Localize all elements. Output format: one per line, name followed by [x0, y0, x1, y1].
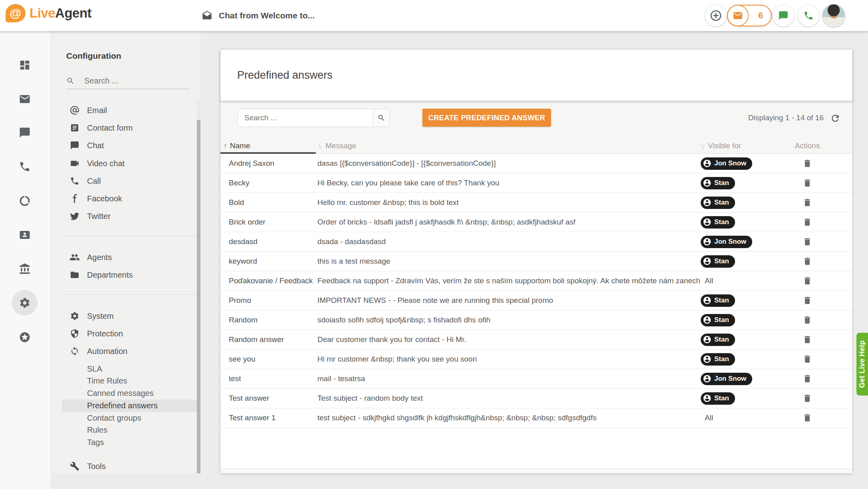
- rail-gamification-button[interactable]: [19, 331, 31, 343]
- sort-asc-icon: ↑: [224, 142, 227, 149]
- table-row[interactable]: see you Hi mr customer &nbsp; thank you …: [220, 350, 852, 369]
- config-item-video-chat[interactable]: Video chat: [51, 157, 200, 170]
- config-item-label: Call: [87, 177, 101, 186]
- rail-mail-button[interactable]: [19, 93, 31, 105]
- table-header: ↑ Name ↑↓ Message ↑↓ Visible for Actions: [220, 138, 852, 154]
- table-row[interactable]: Andrej Saxon dasas [{$conversationCode}]…: [220, 154, 852, 173]
- add-button[interactable]: [705, 5, 727, 26]
- trash-icon: [803, 374, 812, 384]
- chats-button[interactable]: [773, 5, 794, 26]
- config-scrollbar[interactable]: [197, 100, 200, 473]
- config-item-label: Protection: [87, 329, 123, 338]
- rail-dashboard-button[interactable]: [19, 59, 31, 71]
- trash-icon: [803, 178, 812, 188]
- config-item-email[interactable]: Email: [51, 104, 200, 117]
- subitem-rules[interactable]: Rules: [62, 424, 200, 436]
- active-ticket-tab[interactable]: Chat from Welcome to...: [202, 0, 315, 31]
- visible-for-badge: Jon Snow: [701, 157, 752, 170]
- calls-button[interactable]: [798, 5, 819, 26]
- user-avatar[interactable]: [822, 4, 845, 27]
- column-header-message[interactable]: ↑↓ Message: [317, 138, 701, 153]
- table-row[interactable]: desdasd dsada - dasdasdasd Jon Snow: [220, 232, 852, 252]
- config-item-agents[interactable]: Agents: [51, 251, 200, 264]
- config-item-tools[interactable]: Tools: [51, 460, 200, 473]
- person-circle-icon: [703, 237, 711, 246]
- subitem-predefined-answers[interactable]: Predefined answers: [62, 400, 200, 412]
- table-row[interactable]: keyword this is a test message Stan: [220, 252, 852, 271]
- config-scrollbar-thumb[interactable]: [197, 120, 200, 473]
- refresh-button[interactable]: [830, 113, 840, 123]
- envelope-icon: [733, 10, 743, 21]
- delete-button[interactable]: [803, 158, 812, 169]
- config-item-departments[interactable]: Departments: [51, 268, 200, 281]
- config-item-system[interactable]: System: [51, 310, 200, 322]
- config-item-chat[interactable]: Chat: [51, 139, 200, 152]
- subitem-canned-messages[interactable]: Canned messages: [62, 387, 200, 400]
- delete-button[interactable]: [803, 237, 812, 247]
- config-item-automation[interactable]: Automation: [51, 345, 200, 358]
- visible-for-badge: Stan: [701, 314, 735, 326]
- subitem-time-rules[interactable]: Time Rules: [62, 375, 200, 387]
- delete-button[interactable]: [803, 217, 812, 227]
- rail-chat-button[interactable]: [19, 127, 31, 139]
- rail-academy-button[interactable]: [19, 263, 31, 275]
- table-row[interactable]: Random answer Dear customer thank you fo…: [220, 330, 852, 350]
- config-item-protection[interactable]: Protection: [51, 327, 200, 340]
- delete-button[interactable]: [803, 334, 812, 345]
- delete-button[interactable]: [803, 393, 812, 404]
- delete-button[interactable]: [803, 295, 812, 306]
- table-row[interactable]: Test answer 1 test subject - sdkjfhgkd s…: [220, 408, 852, 428]
- trash-icon: [803, 159, 812, 168]
- config-item-contact-form[interactable]: Contact form: [51, 121, 200, 134]
- create-predefined-answer-button[interactable]: CREATE PREDEFINED ANSWER: [422, 109, 551, 127]
- table-search-button[interactable]: [373, 109, 389, 127]
- config-search-input[interactable]: [83, 76, 181, 86]
- delete-button[interactable]: [803, 413, 812, 423]
- visible-for-badge: Stan: [701, 334, 735, 346]
- rail-call-button[interactable]: [19, 161, 31, 173]
- table-search-input[interactable]: [238, 109, 373, 127]
- answer-message: dsada - dasdasdasd: [317, 237, 386, 246]
- subitem-label: Canned messages: [87, 389, 154, 398]
- delete-button[interactable]: [803, 276, 812, 286]
- config-item-twitter[interactable]: Twitter: [51, 210, 200, 223]
- sort-both-icon: ↑↓: [701, 143, 705, 149]
- delete-button[interactable]: [803, 315, 812, 325]
- config-item-label: Automation: [87, 347, 127, 356]
- column-header-visible-for[interactable]: ↑↓ Visible for: [701, 138, 775, 153]
- answer-message: Test subject - random body text: [317, 394, 423, 402]
- delete-button[interactable]: [803, 374, 812, 384]
- visible-for-badge: Stan: [701, 392, 735, 405]
- table-row[interactable]: Promo IMPORTANT NEWS - - Please note we …: [220, 291, 852, 310]
- table-row[interactable]: test mail - tesatrsa Jon Snow: [220, 369, 852, 389]
- rail-reports-button[interactable]: [19, 195, 31, 207]
- table-row[interactable]: Poďakovanie / Feedback Feedback na suppo…: [220, 271, 852, 291]
- twitter-icon: [69, 211, 80, 221]
- subitem-contact-groups[interactable]: Contact groups: [62, 412, 200, 424]
- mail-icon: [19, 93, 31, 105]
- delete-button[interactable]: [803, 354, 812, 364]
- config-item-call[interactable]: Call: [51, 175, 200, 187]
- table-row[interactable]: Random sdoiasfo sofih sdfoij spofj&nbsp;…: [220, 310, 852, 330]
- subitem-tags[interactable]: Tags: [62, 436, 200, 449]
- mail-notification-pill[interactable]: 6: [727, 5, 772, 26]
- rail-settings-button[interactable]: [19, 297, 31, 309]
- delete-button[interactable]: [803, 256, 812, 266]
- table-row[interactable]: Becky Hi Becky, can you please take care…: [220, 173, 852, 193]
- delete-button[interactable]: [803, 178, 812, 188]
- facebook-icon: [69, 193, 80, 204]
- config-item-facebook[interactable]: Facebook: [51, 192, 200, 205]
- table-row[interactable]: Brick order Order of bricks - ldsafli ja…: [220, 213, 852, 232]
- delete-button[interactable]: [803, 197, 812, 208]
- column-header-name[interactable]: ↑ Name: [220, 138, 317, 153]
- table-row[interactable]: Test answer Test subject - random body t…: [220, 389, 852, 408]
- visible-for-name: Stan: [714, 336, 729, 344]
- config-search: [66, 73, 190, 89]
- rail-customers-button[interactable]: [19, 229, 31, 241]
- table-row[interactable]: Bold Hello mr. customer &nbsp; this is b…: [220, 193, 852, 213]
- trash-icon: [803, 296, 812, 305]
- chat-bubble-icon: [778, 10, 789, 21]
- get-live-help-tab[interactable]: Get Live Help: [856, 333, 868, 396]
- column-label: Message: [325, 141, 356, 150]
- subitem-sla[interactable]: SLA: [62, 363, 200, 375]
